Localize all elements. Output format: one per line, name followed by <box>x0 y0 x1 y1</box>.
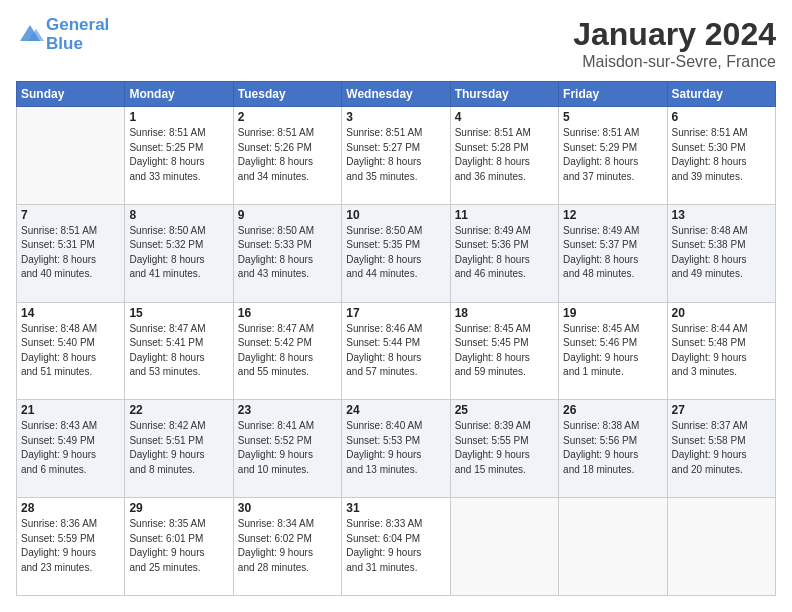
day-cell: 21Sunrise: 8:43 AM Sunset: 5:49 PM Dayli… <box>17 400 125 498</box>
day-info: Sunrise: 8:45 AM Sunset: 5:46 PM Dayligh… <box>563 322 662 380</box>
day-number: 26 <box>563 403 662 417</box>
day-number: 31 <box>346 501 445 515</box>
day-number: 3 <box>346 110 445 124</box>
day-info: Sunrise: 8:50 AM Sunset: 5:33 PM Dayligh… <box>238 224 337 282</box>
day-info: Sunrise: 8:47 AM Sunset: 5:41 PM Dayligh… <box>129 322 228 380</box>
day-number: 30 <box>238 501 337 515</box>
day-cell: 3Sunrise: 8:51 AM Sunset: 5:27 PM Daylig… <box>342 107 450 205</box>
col-header-friday: Friday <box>559 82 667 107</box>
page: General Blue January 2024 Maisdon-sur-Se… <box>0 0 792 612</box>
day-cell: 12Sunrise: 8:49 AM Sunset: 5:37 PM Dayli… <box>559 204 667 302</box>
day-info: Sunrise: 8:33 AM Sunset: 6:04 PM Dayligh… <box>346 517 445 575</box>
day-info: Sunrise: 8:51 AM Sunset: 5:31 PM Dayligh… <box>21 224 120 282</box>
day-number: 9 <box>238 208 337 222</box>
day-info: Sunrise: 8:49 AM Sunset: 5:37 PM Dayligh… <box>563 224 662 282</box>
day-cell: 2Sunrise: 8:51 AM Sunset: 5:26 PM Daylig… <box>233 107 341 205</box>
day-cell: 13Sunrise: 8:48 AM Sunset: 5:38 PM Dayli… <box>667 204 775 302</box>
day-info: Sunrise: 8:37 AM Sunset: 5:58 PM Dayligh… <box>672 419 771 477</box>
day-info: Sunrise: 8:36 AM Sunset: 5:59 PM Dayligh… <box>21 517 120 575</box>
day-number: 10 <box>346 208 445 222</box>
day-number: 19 <box>563 306 662 320</box>
day-cell: 23Sunrise: 8:41 AM Sunset: 5:52 PM Dayli… <box>233 400 341 498</box>
day-info: Sunrise: 8:49 AM Sunset: 5:36 PM Dayligh… <box>455 224 554 282</box>
subtitle: Maisdon-sur-Sevre, France <box>573 53 776 71</box>
day-cell: 10Sunrise: 8:50 AM Sunset: 5:35 PM Dayli… <box>342 204 450 302</box>
day-cell: 1Sunrise: 8:51 AM Sunset: 5:25 PM Daylig… <box>125 107 233 205</box>
day-cell: 25Sunrise: 8:39 AM Sunset: 5:55 PM Dayli… <box>450 400 558 498</box>
day-number: 18 <box>455 306 554 320</box>
day-number: 22 <box>129 403 228 417</box>
day-info: Sunrise: 8:51 AM Sunset: 5:25 PM Dayligh… <box>129 126 228 184</box>
day-cell: 17Sunrise: 8:46 AM Sunset: 5:44 PM Dayli… <box>342 302 450 400</box>
logo: General Blue <box>16 16 109 53</box>
day-number: 27 <box>672 403 771 417</box>
day-cell: 11Sunrise: 8:49 AM Sunset: 5:36 PM Dayli… <box>450 204 558 302</box>
day-number: 13 <box>672 208 771 222</box>
col-header-monday: Monday <box>125 82 233 107</box>
day-info: Sunrise: 8:42 AM Sunset: 5:51 PM Dayligh… <box>129 419 228 477</box>
day-cell <box>559 498 667 596</box>
day-info: Sunrise: 8:39 AM Sunset: 5:55 PM Dayligh… <box>455 419 554 477</box>
day-cell: 16Sunrise: 8:47 AM Sunset: 5:42 PM Dayli… <box>233 302 341 400</box>
logo-icon <box>16 21 44 49</box>
day-number: 29 <box>129 501 228 515</box>
day-cell: 7Sunrise: 8:51 AM Sunset: 5:31 PM Daylig… <box>17 204 125 302</box>
week-row-5: 28Sunrise: 8:36 AM Sunset: 5:59 PM Dayli… <box>17 498 776 596</box>
day-number: 11 <box>455 208 554 222</box>
week-row-4: 21Sunrise: 8:43 AM Sunset: 5:49 PM Dayli… <box>17 400 776 498</box>
week-row-2: 7Sunrise: 8:51 AM Sunset: 5:31 PM Daylig… <box>17 204 776 302</box>
day-info: Sunrise: 8:38 AM Sunset: 5:56 PM Dayligh… <box>563 419 662 477</box>
day-cell <box>450 498 558 596</box>
day-number: 12 <box>563 208 662 222</box>
day-cell <box>667 498 775 596</box>
day-cell: 5Sunrise: 8:51 AM Sunset: 5:29 PM Daylig… <box>559 107 667 205</box>
day-info: Sunrise: 8:47 AM Sunset: 5:42 PM Dayligh… <box>238 322 337 380</box>
header: General Blue January 2024 Maisdon-sur-Se… <box>16 16 776 71</box>
day-cell: 22Sunrise: 8:42 AM Sunset: 5:51 PM Dayli… <box>125 400 233 498</box>
day-number: 8 <box>129 208 228 222</box>
col-header-saturday: Saturday <box>667 82 775 107</box>
day-cell: 9Sunrise: 8:50 AM Sunset: 5:33 PM Daylig… <box>233 204 341 302</box>
day-info: Sunrise: 8:44 AM Sunset: 5:48 PM Dayligh… <box>672 322 771 380</box>
day-info: Sunrise: 8:51 AM Sunset: 5:30 PM Dayligh… <box>672 126 771 184</box>
day-cell: 27Sunrise: 8:37 AM Sunset: 5:58 PM Dayli… <box>667 400 775 498</box>
logo-text: General Blue <box>46 16 109 53</box>
main-title: January 2024 <box>573 16 776 53</box>
day-info: Sunrise: 8:48 AM Sunset: 5:40 PM Dayligh… <box>21 322 120 380</box>
day-number: 5 <box>563 110 662 124</box>
day-number: 20 <box>672 306 771 320</box>
day-cell <box>17 107 125 205</box>
day-info: Sunrise: 8:51 AM Sunset: 5:28 PM Dayligh… <box>455 126 554 184</box>
day-info: Sunrise: 8:43 AM Sunset: 5:49 PM Dayligh… <box>21 419 120 477</box>
day-number: 16 <box>238 306 337 320</box>
day-cell: 24Sunrise: 8:40 AM Sunset: 5:53 PM Dayli… <box>342 400 450 498</box>
day-info: Sunrise: 8:50 AM Sunset: 5:35 PM Dayligh… <box>346 224 445 282</box>
day-info: Sunrise: 8:34 AM Sunset: 6:02 PM Dayligh… <box>238 517 337 575</box>
day-number: 17 <box>346 306 445 320</box>
day-number: 6 <box>672 110 771 124</box>
day-cell: 8Sunrise: 8:50 AM Sunset: 5:32 PM Daylig… <box>125 204 233 302</box>
day-cell: 18Sunrise: 8:45 AM Sunset: 5:45 PM Dayli… <box>450 302 558 400</box>
day-info: Sunrise: 8:46 AM Sunset: 5:44 PM Dayligh… <box>346 322 445 380</box>
day-number: 1 <box>129 110 228 124</box>
day-number: 14 <box>21 306 120 320</box>
day-cell: 15Sunrise: 8:47 AM Sunset: 5:41 PM Dayli… <box>125 302 233 400</box>
day-cell: 28Sunrise: 8:36 AM Sunset: 5:59 PM Dayli… <box>17 498 125 596</box>
week-row-1: 1Sunrise: 8:51 AM Sunset: 5:25 PM Daylig… <box>17 107 776 205</box>
col-header-thursday: Thursday <box>450 82 558 107</box>
day-number: 24 <box>346 403 445 417</box>
day-number: 2 <box>238 110 337 124</box>
calendar-header-row: SundayMondayTuesdayWednesdayThursdayFrid… <box>17 82 776 107</box>
day-number: 15 <box>129 306 228 320</box>
col-header-wednesday: Wednesday <box>342 82 450 107</box>
day-number: 23 <box>238 403 337 417</box>
day-cell: 31Sunrise: 8:33 AM Sunset: 6:04 PM Dayli… <box>342 498 450 596</box>
day-info: Sunrise: 8:51 AM Sunset: 5:27 PM Dayligh… <box>346 126 445 184</box>
day-info: Sunrise: 8:51 AM Sunset: 5:26 PM Dayligh… <box>238 126 337 184</box>
day-info: Sunrise: 8:51 AM Sunset: 5:29 PM Dayligh… <box>563 126 662 184</box>
title-block: January 2024 Maisdon-sur-Sevre, France <box>573 16 776 71</box>
day-number: 4 <box>455 110 554 124</box>
day-number: 25 <box>455 403 554 417</box>
day-info: Sunrise: 8:41 AM Sunset: 5:52 PM Dayligh… <box>238 419 337 477</box>
day-cell: 4Sunrise: 8:51 AM Sunset: 5:28 PM Daylig… <box>450 107 558 205</box>
